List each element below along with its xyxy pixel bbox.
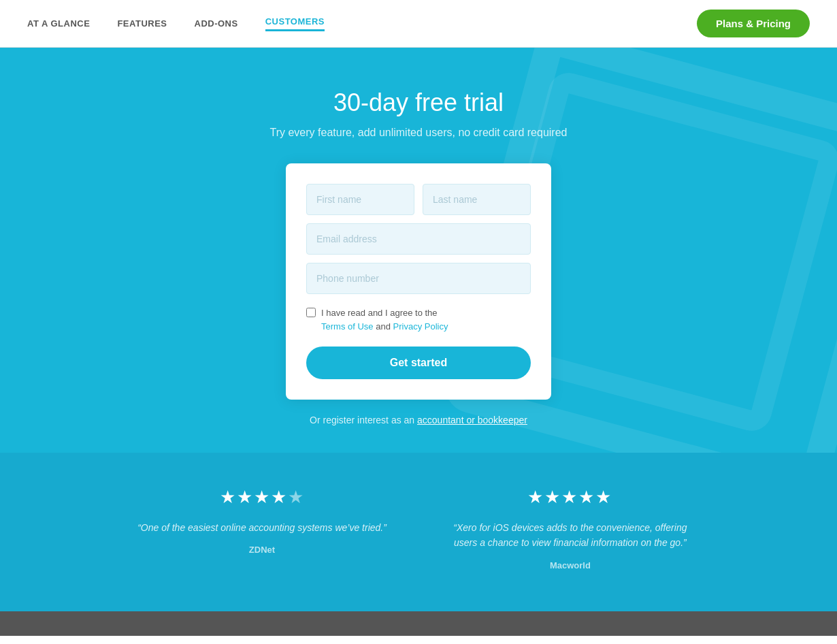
review-1-quote: “One of the easiest online accounting sy… xyxy=(137,520,387,535)
get-started-button[interactable]: Get started xyxy=(306,347,531,379)
register-link-row: Or register interest as an accountant or… xyxy=(310,415,527,425)
review-2-stars: ★★★★★ xyxy=(441,487,700,508)
email-input[interactable] xyxy=(306,223,531,255)
nav-links: AT A GLANCE FEATURES ADD-ONS CUSTOMERS xyxy=(27,16,697,31)
hero-title: 30-day free trial xyxy=(333,88,504,117)
phone-input[interactable] xyxy=(306,263,531,294)
review-1: ★★★★★ “One of the easiest online account… xyxy=(137,487,387,570)
reviews-section: ★★★★★ “One of the easiest online account… xyxy=(0,453,837,611)
signup-form-card: I have read and I agree to the Terms of … xyxy=(286,163,551,400)
review-2-quote: “Xero for iOS devices adds to the conven… xyxy=(441,520,700,551)
last-name-input[interactable] xyxy=(423,184,531,215)
nav-at-a-glance[interactable]: AT A GLANCE xyxy=(27,18,90,29)
footer xyxy=(0,611,837,636)
hero-subtitle: Try every feature, add unlimited users, … xyxy=(270,127,568,139)
hero-section: 30-day free trial Try every feature, add… xyxy=(0,48,837,453)
navbar: AT A GLANCE FEATURES ADD-ONS CUSTOMERS P… xyxy=(0,0,837,48)
nav-add-ons[interactable]: ADD-ONS xyxy=(195,18,238,29)
review-2: ★★★★★ “Xero for iOS devices adds to the … xyxy=(441,487,700,570)
review-1-source: ZDNet xyxy=(137,545,387,555)
terms-row: I have read and I agree to the Terms of … xyxy=(306,306,531,333)
accountant-link[interactable]: accountant or bookkeeper xyxy=(417,415,527,425)
first-name-input[interactable] xyxy=(306,184,414,215)
review-2-source: Macworld xyxy=(441,560,700,570)
nav-customers[interactable]: CUSTOMERS xyxy=(265,16,325,31)
agree-text: I have read and I agree to the Terms of … xyxy=(321,306,448,333)
terms-link[interactable]: Terms of Use xyxy=(321,321,374,332)
nav-features[interactable]: FEATURES xyxy=(117,18,167,29)
review-1-stars: ★★★★★ xyxy=(137,487,387,508)
privacy-link[interactable]: Privacy Policy xyxy=(393,321,448,332)
name-row xyxy=(306,184,531,215)
agree-checkbox[interactable] xyxy=(306,308,316,317)
plans-pricing-button[interactable]: Plans & Pricing xyxy=(697,10,810,37)
